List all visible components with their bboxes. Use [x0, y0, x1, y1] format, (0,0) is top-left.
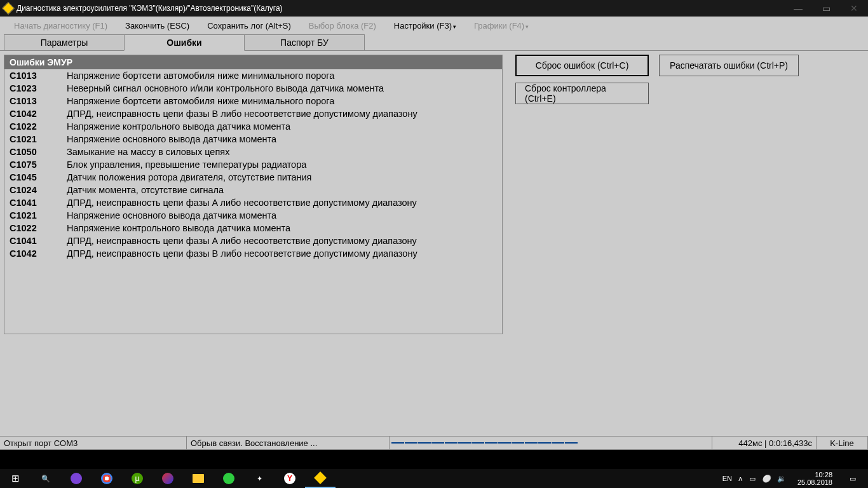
error-row[interactable]: C1045Датчик положения ротора двигателя, … — [4, 171, 502, 184]
error-row[interactable]: C1041ДПРД, неисправность цепи фазы A либ… — [4, 234, 502, 247]
menu-settings[interactable]: Настройки (F3)▾ — [385, 18, 465, 33]
error-description: Напряжение контрольного вывода датчика м… — [67, 121, 497, 132]
print-errors-button[interactable]: Распечатать ошибки (Ctrl+P) — [659, 55, 799, 76]
error-code: C1041 — [10, 198, 67, 208]
error-code: C1024 — [10, 185, 67, 195]
taskbar-app-2[interactable] — [214, 469, 244, 488]
error-description: Напряжение основного вывода датчика моме… — [67, 210, 497, 220]
menu-finish[interactable]: Закончить (ESC) — [116, 18, 198, 33]
action-buttons: Сброс ошибок (Ctrl+C) Распечатать ошибки… — [515, 55, 799, 432]
error-row[interactable]: C1013Напряжение бортсети автомобиля ниже… — [4, 69, 502, 82]
tabstrip: Параметры Ошибки Паспорт БУ — [0, 34, 868, 51]
error-code: C1042 — [10, 248, 67, 259]
titlebar: Диагностика электроусилителя "КЭМЗ"(Кизл… — [0, 0, 868, 17]
error-description: Напряжение бортсети автомобиля ниже мини… — [67, 96, 497, 106]
chevron-down-icon: ▾ — [453, 24, 456, 30]
error-code: C1022 — [10, 121, 67, 132]
menu-charts: Графики (F4)▾ — [465, 18, 538, 33]
menubar: Начать диагностику (F1) Закончить (ESC) … — [0, 17, 868, 34]
taskbar-utorrent[interactable]: µ — [122, 469, 153, 488]
clear-errors-button[interactable]: Сброс ошибок (Ctrl+C) — [515, 55, 649, 76]
error-row[interactable]: C1021Напряжение основного вывода датчика… — [4, 209, 502, 222]
statusbar: Открыт порт COM3 Обрыв связи. Восстановл… — [0, 436, 868, 450]
error-row[interactable]: C1023Неверный сигнал основного и/или кон… — [4, 82, 502, 95]
notification-icon[interactable]: ▭ — [837, 469, 868, 488]
error-description: ДПРД, неисправность цепи фазы B либо нес… — [67, 248, 497, 259]
error-description: Датчик момента, отсутствие сигнала — [67, 185, 497, 195]
search-icon[interactable]: 🔍 — [31, 469, 61, 488]
error-description: ДПРД, неисправность цепи фазы A либо нес… — [67, 236, 497, 246]
error-code: C1041 — [10, 236, 67, 246]
error-code: C1013 — [10, 96, 67, 106]
tab-parameters[interactable]: Параметры — [4, 34, 125, 51]
error-row[interactable]: C1013Напряжение бортсети автомобиля ниже… — [4, 95, 502, 107]
maximize-button[interactable]: ▭ — [812, 0, 840, 17]
error-description: Напряжение основного вывода датчика моме… — [67, 134, 497, 144]
error-description: Напряжение контрольного вывода датчика м… — [67, 223, 497, 233]
menu-start-diag: Начать диагностику (F1) — [5, 18, 116, 33]
tray-wifi-icon[interactable]: ⚪ — [762, 475, 771, 483]
tab-errors[interactable]: Ошибки — [124, 34, 245, 51]
taskbar-explorer[interactable] — [183, 469, 214, 488]
errors-list: C1013Напряжение бортсети автомобиля ниже… — [4, 69, 502, 260]
error-row[interactable]: C1042ДПРД, неисправность цепи фазы B либ… — [4, 247, 502, 260]
taskbar-app-1[interactable] — [61, 469, 92, 488]
error-description: Датчик положения ротора двигателя, отсут… — [67, 172, 497, 182]
taskbar-clock[interactable]: 10:28 25.08.2018 — [792, 471, 837, 486]
error-description: Напряжение бортсети автомобиля ниже мини… — [67, 71, 497, 81]
error-description: Блок управления, превышение температуры … — [67, 159, 497, 170]
reset-controller-button[interactable]: Сброс контроллера (Ctrl+E) — [515, 83, 649, 104]
error-code: C1042 — [10, 109, 67, 119]
error-row[interactable]: C1050Замыкание на массу в силовых цепях — [4, 146, 502, 158]
error-row[interactable]: C1041ДПРД, неисправность цепи фазы A либ… — [4, 196, 502, 209]
tray-volume-icon[interactable]: 🔉 — [777, 475, 786, 483]
error-description: ДПРД, неисправность цепи фазы B либо нес… — [67, 109, 497, 119]
error-code: C1013 — [10, 71, 67, 81]
error-code: C1023 — [10, 83, 67, 93]
status-kline: K-Line — [816, 436, 868, 450]
status-connection: Обрыв связи. Восстановление ... — [186, 436, 390, 450]
taskbar-diag-app[interactable] — [305, 469, 336, 488]
error-code: C1022 — [10, 223, 67, 233]
errors-panel: Ошибки ЭМУР C1013Напряжение бортсети авт… — [4, 55, 503, 334]
error-code: C1045 — [10, 172, 67, 182]
app-icon — [2, 2, 15, 15]
error-row[interactable]: C1022Напряжение контрольного вывода датч… — [4, 222, 502, 234]
error-code: C1050 — [10, 147, 67, 157]
system-tray[interactable]: EN ʌ ▭ ⚪ 🔉 — [716, 475, 792, 483]
close-button[interactable]: ✕ — [840, 0, 868, 17]
status-progress — [389, 436, 712, 450]
taskbar-yandex[interactable]: Y — [275, 469, 305, 488]
menu-save-log[interactable]: Сохранить лог (Alt+S) — [198, 18, 300, 33]
taskbar-app-3[interactable]: ✦ — [244, 469, 275, 488]
error-row[interactable]: C1022Напряжение контрольного вывода датч… — [4, 120, 502, 133]
chevron-down-icon: ▾ — [526, 24, 529, 30]
taskbar-ccleaner[interactable] — [153, 469, 183, 488]
window-title: Диагностика электроусилителя "КЭМЗ"(Кизл… — [17, 4, 784, 13]
error-code: C1021 — [10, 134, 67, 144]
minimize-button[interactable]: — — [784, 0, 812, 17]
error-description: Неверный сигнал основного и/или контроль… — [67, 83, 497, 93]
error-row[interactable]: C1024Датчик момента, отсутствие сигнала — [4, 184, 502, 196]
error-code: C1075 — [10, 159, 67, 170]
error-code: C1021 — [10, 210, 67, 220]
start-button[interactable]: ⊞ — [0, 469, 31, 488]
content-area: Ошибки ЭМУР C1013Напряжение бортсети авт… — [0, 50, 868, 436]
tray-chevron-icon[interactable]: ʌ — [738, 475, 743, 483]
error-description: ДПРД, неисправность цепи фазы A либо нес… — [67, 198, 497, 208]
errors-header: Ошибки ЭМУР — [4, 55, 502, 69]
status-port: Открыт порт COM3 — [0, 436, 187, 450]
error-row[interactable]: C1021Напряжение основного вывода датчика… — [4, 133, 502, 146]
error-row[interactable]: C1075Блок управления, превышение темпера… — [4, 158, 502, 171]
error-row[interactable]: C1042ДПРД, неисправность цепи фазы B либ… — [4, 107, 502, 120]
status-timing: 442мс | 0:0:16,433с — [712, 436, 817, 450]
tray-battery-icon[interactable]: ▭ — [749, 475, 756, 483]
error-description: Замыкание на массу в силовых цепях — [67, 147, 497, 157]
tab-passport[interactable]: Паспорт БУ — [244, 34, 365, 51]
menu-select-block: Выбор блока (F2) — [300, 18, 385, 33]
taskbar: ⊞ 🔍 µ ✦ Y EN ʌ ▭ ⚪ 🔉 10:28 25.08.2018 ▭ — [0, 469, 868, 488]
taskbar-chrome[interactable] — [92, 469, 122, 488]
tray-lang[interactable]: EN — [722, 475, 732, 482]
